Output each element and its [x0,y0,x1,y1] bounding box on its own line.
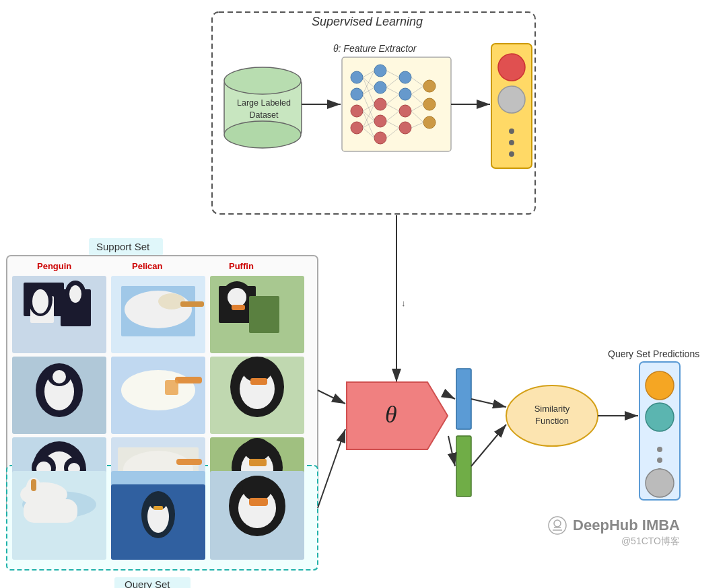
svg-rect-137 [639,362,680,500]
svg-rect-81 [12,357,106,434]
svg-text:Function: Function [535,416,569,426]
svg-point-19 [399,122,411,134]
svg-point-127 [238,488,276,528]
svg-point-100 [64,457,84,478]
svg-line-30 [363,111,374,121]
svg-point-50 [498,54,525,81]
svg-line-28 [363,94,374,121]
svg-point-123 [149,492,168,510]
svg-rect-59 [7,256,318,519]
svg-line-148 [471,399,506,407]
svg-line-146 [448,396,455,399]
svg-line-149 [471,425,506,466]
svg-point-68 [65,281,85,305]
svg-point-9 [351,105,363,117]
svg-point-87 [121,370,195,410]
support-set-label: Support Set [91,240,155,254]
svg-line-42 [386,128,399,138]
svg-point-109 [244,438,271,461]
species-pelican: Pelican [132,261,163,271]
feature-extractor-label: θ: Feature Extractor [333,43,417,54]
svg-rect-86 [111,357,205,434]
svg-line-46 [411,104,423,111]
svg-line-38 [386,94,399,104]
svg-point-140 [657,447,662,452]
svg-rect-124 [153,506,163,510]
svg-point-138 [646,371,674,400]
svg-rect-132 [456,369,471,429]
svg-line-147 [448,436,455,466]
svg-point-115 [20,482,67,507]
svg-rect-75 [210,276,304,353]
svg-rect-6 [342,57,451,151]
query-set-label: Query Set [119,577,176,588]
svg-line-40 [386,111,399,121]
svg-rect-67 [61,289,91,326]
svg-rect-76 [219,286,256,323]
svg-line-32 [363,104,374,128]
svg-line-25 [363,77,374,104]
svg-line-145 [318,429,345,508]
svg-point-99 [36,462,51,476]
svg-point-92 [240,369,275,409]
svg-point-73 [158,293,185,309]
svg-rect-118 [31,479,36,491]
svg-line-26 [363,71,374,94]
svg-rect-103 [118,447,199,501]
watermark-main: DeepHub IMBA [547,515,680,536]
svg-point-69 [69,285,81,303]
svg-point-93 [242,358,272,382]
svg-rect-79 [232,305,245,310]
svg-line-41 [386,121,399,128]
svg-line-45 [411,94,423,104]
svg-point-51 [498,86,525,113]
svg-point-21 [423,98,436,110]
svg-line-36 [386,77,399,87]
svg-point-97 [42,451,77,490]
svg-point-22 [423,116,436,128]
svg-line-44 [411,86,423,94]
svg-rect-89 [165,380,178,395]
svg-point-153 [554,520,561,527]
svg-point-107 [232,439,283,496]
svg-line-24 [363,77,374,87]
svg-point-52 [509,128,514,134]
predictions-label: Query Set Predictions [608,348,699,359]
svg-point-82 [36,363,83,417]
svg-point-101 [68,463,80,475]
svg-point-128 [242,476,272,501]
svg-rect-90 [210,357,304,434]
watermark: DeepHub IMBA @51CTO博客 [547,515,680,548]
svg-rect-63 [24,283,64,316]
svg-point-54 [509,151,514,157]
svg-rect-116 [24,499,77,523]
svg-rect-120 [111,484,205,560]
svg-point-98 [32,455,56,480]
svg-line-23 [363,71,374,77]
svg-point-143 [646,469,674,497]
diagram-container: θ Similarity Function ↓ Superv [0,0,727,588]
svg-point-108 [241,451,273,488]
dataset-label: Large LabeledDataset [227,98,301,121]
svg-rect-111 [246,483,256,497]
svg-point-12 [374,81,386,94]
svg-point-152 [549,517,566,534]
svg-point-17 [399,88,411,100]
svg-rect-94 [250,378,267,385]
svg-point-83 [44,373,74,410]
watermark-sub: @51CTO博客 [547,536,680,548]
svg-point-5 [224,121,301,148]
svg-line-43 [411,77,423,86]
supervised-learning-label: Supervised Learning [312,15,423,29]
svg-point-4 [224,67,301,94]
svg-point-14 [374,115,386,127]
svg-rect-119 [111,471,205,560]
svg-line-31 [363,111,374,138]
svg-marker-130 [347,382,448,449]
svg-rect-64 [30,296,54,323]
svg-point-84 [47,365,71,386]
svg-point-18 [399,105,411,117]
svg-line-34 [363,128,374,138]
svg-line-144 [318,390,345,404]
svg-rect-105 [176,459,202,465]
